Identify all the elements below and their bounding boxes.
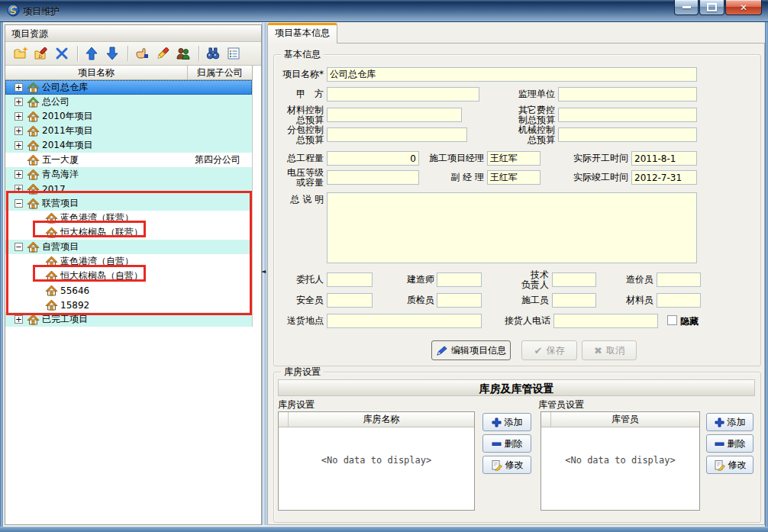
collapse-icon[interactable]: − [15,199,23,208]
tree-row[interactable]: +2010年项目 [5,109,252,124]
tree-row[interactable]: +2017 [5,182,252,196]
builder-input[interactable] [437,272,482,287]
properties-icon[interactable] [224,44,243,63]
minimize-button[interactable] [674,0,699,15]
keeper-modify-button[interactable]: 修改 [706,456,753,474]
users-icon[interactable] [174,44,192,63]
toolbar-separator [127,46,129,61]
store-remove-button[interactable]: 删除 [482,434,531,453]
store-table: 库房名称 <No data to display> [278,411,475,511]
project-name-input[interactable] [327,67,697,82]
tree-row[interactable]: 蓝色港湾（联营） [5,211,252,225]
general-note-textarea[interactable] [327,192,697,263]
basic-info-group-title: 基本信息 [281,50,324,60]
close-button[interactable]: ✕ [725,0,762,15]
expand-icon[interactable]: + [15,83,23,92]
eraser-icon[interactable] [153,44,172,63]
project-manager-input[interactable] [487,151,541,166]
consignor-input[interactable] [327,272,373,287]
tree-item-label: 公司总仓库 [42,81,88,94]
window-frame-left [0,21,3,532]
tree-item-label: 2017 [42,184,66,195]
total-quantity-label: 总工程量 [278,153,324,163]
cancel-button[interactable]: ✖ 取消 [582,340,637,360]
splitter-collapse-icon[interactable]: ◄ [261,268,266,275]
home-icon [27,96,40,108]
voltage-input[interactable] [327,170,419,185]
material-budget-input[interactable] [327,108,462,122]
cancel-button-label: 取消 [606,344,624,357]
keeper-add-button[interactable]: 添加 [706,413,753,431]
tree-row[interactable]: +2011年项目 [5,124,252,138]
project-resources-panel: 项目资源 [5,24,262,525]
collapse-icon[interactable]: − [15,243,23,251]
tree-row[interactable]: 恒大棕榈岛（自营） [5,269,252,283]
tree-row[interactable]: +已完工项目 [5,312,252,327]
keeper-remove-button[interactable]: 删除 [706,434,753,453]
save-button-label: 保存 [546,344,564,357]
tree-row[interactable]: 恒大棕榈岛（联营） [5,225,252,240]
tree-row[interactable]: 55646 [5,283,252,298]
expand-icon[interactable]: + [15,98,23,106]
tree-item-label: 自营项目 [42,240,79,253]
store-column-header[interactable]: 库房名称 [289,412,474,427]
tree-row[interactable]: −联营项目 [5,196,252,211]
tree-row[interactable]: +公司总仓库 [5,80,252,95]
expand-icon[interactable]: + [15,170,23,179]
tree-item-label: 青岛海洋 [42,168,79,181]
warehouse-banner: 库房及库管设置 [278,379,755,396]
tab-project-basic-info[interactable]: 项目基本信息 [267,23,337,44]
tree-item-label: 2014年项目 [42,139,93,152]
deputy-manager-input[interactable] [487,170,541,185]
tree-row[interactable]: +青岛海洋 [5,167,252,182]
actual-start-input[interactable] [631,151,697,166]
machinery-budget-input[interactable] [558,127,697,142]
edit-project-button[interactable]: 编辑项目信息 [431,340,511,360]
keeper-section-title: 库管员设置 [538,400,584,410]
site-worker-input[interactable] [552,293,596,308]
tree-row[interactable]: +2014年项目 [5,138,252,153]
expand-icon[interactable]: + [15,112,23,121]
material-officer-input[interactable] [657,293,701,308]
party-a-input[interactable] [327,87,479,102]
keeper-add-label: 添加 [728,416,746,429]
tree-row[interactable]: +总公司 [5,95,252,109]
hand-pointer-icon[interactable] [133,44,151,63]
total-quantity-input[interactable] [327,151,419,166]
search-icon[interactable] [204,44,222,63]
receiver-phone-input[interactable] [553,314,658,328]
tree-row[interactable]: 五一大厦第四分公司 [5,153,252,167]
maximize-button[interactable] [699,0,724,15]
edit-folder-icon[interactable] [32,44,50,63]
quality-inspector-input[interactable] [437,293,482,308]
tech-leader-input[interactable] [552,272,596,287]
cost-estimator-input[interactable] [657,272,701,287]
tree-column-company[interactable]: 归属子公司 [188,66,252,79]
safety-officer-label: 安全员 [278,295,324,305]
expand-icon[interactable]: + [15,185,23,193]
expand-icon[interactable]: + [15,127,23,135]
keeper-column-header[interactable]: 库管员 [551,412,699,427]
subcontract-budget-input[interactable] [327,127,467,142]
hide-checkbox[interactable] [667,315,677,325]
supervision-unit-input[interactable] [558,87,697,102]
home-icon [45,270,58,282]
tree-row[interactable]: 蓝色港湾（自营） [5,254,252,269]
store-add-button[interactable]: 添加 [482,413,531,431]
delivery-address-input[interactable] [327,314,482,328]
store-modify-button[interactable]: 修改 [482,456,531,474]
save-button[interactable]: ✔ 保存 [521,340,577,360]
other-fee-budget-input[interactable] [558,108,697,122]
move-down-icon[interactable] [103,44,121,63]
new-folder-icon[interactable] [11,44,30,63]
machinery-budget-label: 机械控制 总预算 [509,125,555,145]
move-up-icon[interactable] [82,44,101,63]
delete-icon[interactable] [53,44,71,63]
safety-officer-input[interactable] [327,293,373,308]
tree-column-name[interactable]: 项目名称 [5,66,188,79]
actual-finish-input[interactable] [631,170,697,185]
expand-icon[interactable]: + [15,141,23,150]
tree-row[interactable]: 15892 [5,298,252,312]
tree-row[interactable]: −自营项目 [5,240,252,254]
expand-icon[interactable]: + [15,315,23,324]
